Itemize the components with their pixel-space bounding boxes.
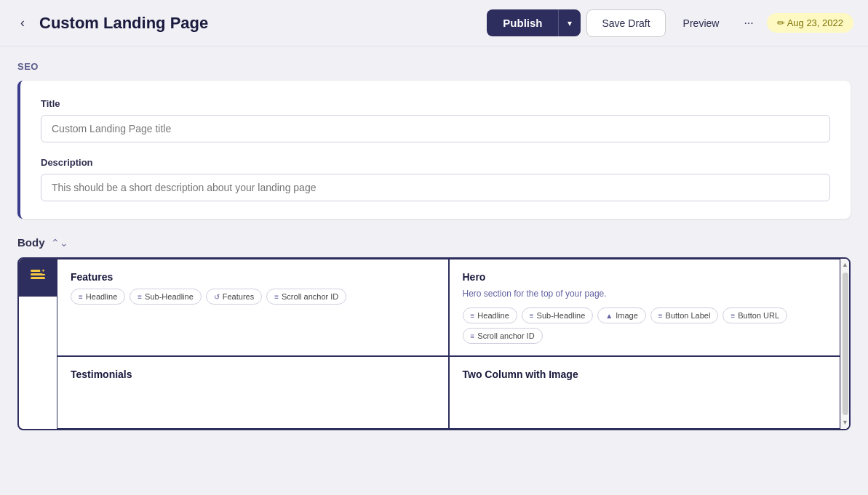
body-section-header: Body ⌃⌄ — [17, 236, 851, 249]
header-actions: Publish ▾ Save Draft Preview ··· ✏ Aug 2… — [487, 9, 853, 37]
hero-tag-button-url[interactable]: ≡ Button URL — [722, 307, 787, 323]
seo-section-label: SEO — [17, 61, 851, 72]
preview-button[interactable]: Preview — [672, 10, 731, 36]
description-input[interactable] — [41, 174, 830, 201]
features-block[interactable]: Features ≡ Headline ≡ Sub-Headline — [57, 259, 449, 356]
publish-dropdown-button[interactable]: ▾ — [558, 9, 581, 36]
hero-block-title: Hero — [463, 271, 827, 283]
description-label: Description — [41, 157, 830, 168]
title-input[interactable] — [41, 115, 830, 142]
body-section-label: Body — [17, 236, 45, 249]
add-block-button[interactable]: + — [19, 259, 57, 297]
body-grid-wrapper: + ▲ ▼ Features ≡ — [17, 257, 851, 430]
tag-sub-headline[interactable]: ≡ Sub-Headline — [130, 289, 202, 305]
svg-text:+: + — [41, 267, 45, 274]
more-options-button[interactable]: ··· — [736, 12, 760, 34]
hero-tag-image[interactable]: ▲ Image — [597, 307, 645, 323]
hero-tag-button-label[interactable]: ≡ Button Label — [650, 307, 719, 323]
blocks-grid: Features ≡ Headline ≡ Sub-Headline — [57, 259, 840, 429]
hero-tag-scroll-anchor[interactable]: ≡ Scroll anchor ID — [463, 328, 543, 344]
tag-scroll-anchor[interactable]: ≡ Scroll anchor ID — [266, 289, 346, 305]
blocks-scroll-area[interactable]: Features ≡ Headline ≡ Sub-Headline — [57, 259, 840, 429]
hero-block-description: Hero section for the top of your page. — [463, 289, 827, 299]
two-column-block-title: Two Column with Image — [463, 369, 827, 380]
date-badge: ✏ Aug 23, 2022 — [767, 13, 853, 33]
tag-headline[interactable]: ≡ Headline — [71, 289, 125, 305]
tag-features[interactable]: ↺ Features — [206, 289, 262, 305]
main-content: SEO Title Description Body ⌃⌄ + — [0, 47, 868, 445]
save-draft-button[interactable]: Save Draft — [586, 9, 665, 37]
header: ‹ Custom Landing Page Publish ▾ Save Dra… — [0, 0, 868, 47]
features-block-title: Features — [71, 271, 435, 283]
hero-block[interactable]: Hero Hero section for the top of your pa… — [449, 259, 841, 356]
scroll-up-button[interactable]: ▲ — [842, 260, 848, 270]
scroll-down-button[interactable]: ▼ — [842, 418, 848, 427]
back-button[interactable]: ‹ — [15, 12, 31, 33]
page-title: Custom Landing Page — [39, 14, 478, 33]
features-tags-row: ≡ Headline ≡ Sub-Headline ↺ Features — [71, 289, 435, 305]
testimonials-block-title: Testimonials — [71, 369, 435, 380]
hero-tag-sub-headline[interactable]: ≡ Sub-Headline — [522, 307, 594, 323]
publish-button[interactable]: Publish — [487, 9, 558, 36]
two-column-block[interactable]: Two Column with Image — [449, 356, 841, 429]
testimonials-block[interactable]: Testimonials — [57, 356, 449, 429]
seo-card: Title Description — [17, 81, 851, 219]
publish-btn-group: Publish ▾ — [487, 9, 581, 36]
hero-tag-headline[interactable]: ≡ Headline — [463, 307, 517, 323]
add-block-icon: + — [28, 266, 48, 290]
sort-icon[interactable]: ⌃⌄ — [51, 237, 68, 249]
svg-rect-1 — [31, 277, 45, 279]
hero-tags-row: ≡ Headline ≡ Sub-Headline ▲ Image — [463, 307, 827, 344]
title-label: Title — [41, 98, 830, 109]
